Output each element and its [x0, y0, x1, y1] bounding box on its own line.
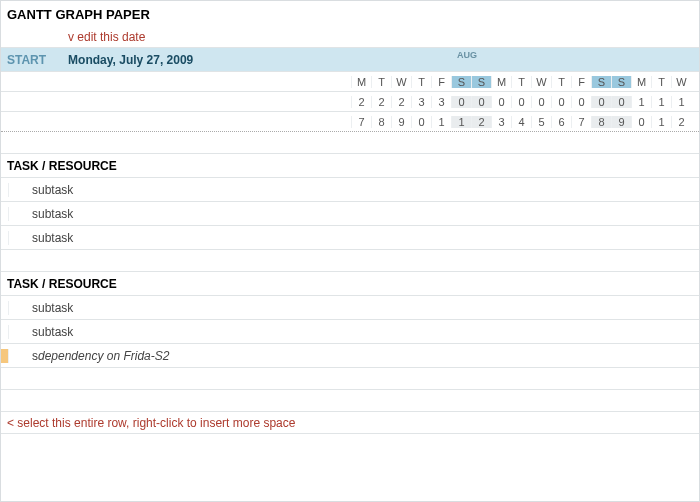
dependency-label: dependency on Frida-S2: [38, 349, 169, 363]
task-row[interactable]: subtask: [1, 202, 699, 226]
day-cell[interactable]: F: [571, 76, 591, 88]
day-cell[interactable]: W: [671, 76, 691, 88]
subtask-label: subtask: [9, 301, 73, 315]
insert-hint-row[interactable]: < select this entire row, right-click to…: [1, 412, 699, 434]
title-row: GANTT GRAPH PAPER: [1, 1, 699, 26]
task-row[interactable]: sudependency on Frida-S2: [1, 344, 699, 368]
day-cell[interactable]: 2: [671, 116, 691, 128]
day-cell[interactable]: 0: [611, 96, 631, 108]
day-cell[interactable]: 2: [471, 116, 491, 128]
task-row[interactable]: subtask: [1, 296, 699, 320]
day-cell[interactable]: 8: [591, 116, 611, 128]
subtask-label: subtask: [9, 325, 73, 339]
day-cell[interactable]: 0: [471, 96, 491, 108]
day-cell[interactable]: 0: [451, 96, 471, 108]
day-cell[interactable]: 0: [551, 96, 571, 108]
task-row[interactable]: subtask: [1, 226, 699, 250]
day-cell[interactable]: 0: [591, 96, 611, 108]
row-gutter: [1, 183, 9, 197]
day-cell[interactable]: 3: [431, 96, 451, 108]
empty-row[interactable]: [1, 368, 699, 390]
start-label: START: [1, 53, 68, 67]
day-cell[interactable]: 6: [551, 116, 571, 128]
day-cell[interactable]: M: [351, 76, 371, 88]
day-cell[interactable]: 0: [491, 96, 511, 108]
day-cell[interactable]: 9: [611, 116, 631, 128]
day-cell[interactable]: 0: [631, 116, 651, 128]
row-gutter: [1, 349, 9, 363]
date-row-1: 22233000000000111: [1, 92, 699, 112]
row-gutter: [1, 301, 9, 315]
task-header: TASK / RESOURCE: [1, 159, 117, 173]
month-label: AUG: [454, 50, 480, 60]
empty-row[interactable]: [1, 390, 699, 412]
subtask-label: subtask: [9, 207, 73, 221]
day-cell[interactable]: M: [631, 76, 651, 88]
subtask-label: subtask: [9, 231, 73, 245]
day-cell[interactable]: 7: [571, 116, 591, 128]
edit-hint-row: v edit this date: [1, 26, 699, 48]
day-cell[interactable]: 1: [631, 96, 651, 108]
task-row[interactable]: subtask: [1, 320, 699, 344]
day-cell[interactable]: W: [391, 76, 411, 88]
day-cell[interactable]: 1: [451, 116, 471, 128]
edit-date-hint[interactable]: v edit this date: [1, 30, 145, 44]
date-row-2: 78901123456789012: [1, 112, 699, 132]
gantt-grid: GANTT GRAPH PAPER v edit this date START…: [0, 0, 700, 502]
empty-row[interactable]: [1, 250, 699, 272]
day-cell[interactable]: S: [471, 76, 491, 88]
day-cell[interactable]: 4: [511, 116, 531, 128]
day-cell[interactable]: T: [551, 76, 571, 88]
start-date[interactable]: Monday, July 27, 2009: [68, 53, 193, 67]
day-letter-row: MTWTFSSMTWTFSSMTW: [1, 72, 699, 92]
empty-row[interactable]: [1, 132, 699, 154]
day-cell[interactable]: 1: [651, 116, 671, 128]
row-gutter: [1, 325, 9, 339]
day-cell[interactable]: 0: [511, 96, 531, 108]
day-cell[interactable]: 1: [431, 116, 451, 128]
task-header-row[interactable]: TASK / RESOURCE: [1, 272, 699, 296]
page-title: GANTT GRAPH PAPER: [1, 1, 156, 26]
subtask-label: subtask: [9, 183, 73, 197]
row-gutter: [1, 231, 9, 245]
day-cell[interactable]: F: [431, 76, 451, 88]
day-cell[interactable]: 7: [351, 116, 371, 128]
task-header: TASK / RESOURCE: [1, 277, 117, 291]
insert-hint[interactable]: < select this entire row, right-click to…: [1, 416, 295, 430]
day-cell[interactable]: 3: [491, 116, 511, 128]
task-header-row[interactable]: TASK / RESOURCE: [1, 154, 699, 178]
day-cell[interactable]: 0: [571, 96, 591, 108]
day-cell[interactable]: S: [611, 76, 631, 88]
day-cell[interactable]: T: [411, 76, 431, 88]
day-cell[interactable]: 2: [391, 96, 411, 108]
day-cell[interactable]: M: [491, 76, 511, 88]
day-cell[interactable]: S: [591, 76, 611, 88]
start-row: START Monday, July 27, 2009 AUG: [1, 48, 699, 72]
day-cell[interactable]: W: [531, 76, 551, 88]
day-cell[interactable]: 3: [411, 96, 431, 108]
day-cell[interactable]: T: [651, 76, 671, 88]
day-cell[interactable]: 2: [371, 96, 391, 108]
day-cell[interactable]: 1: [671, 96, 691, 108]
day-cell[interactable]: 2: [351, 96, 371, 108]
day-cell[interactable]: S: [451, 76, 471, 88]
day-cell[interactable]: 0: [411, 116, 431, 128]
day-cell[interactable]: 5: [531, 116, 551, 128]
day-cell[interactable]: T: [371, 76, 391, 88]
day-cell[interactable]: T: [511, 76, 531, 88]
day-cell[interactable]: 0: [531, 96, 551, 108]
day-cell[interactable]: 8: [371, 116, 391, 128]
task-row[interactable]: subtask: [1, 178, 699, 202]
row-gutter: [1, 207, 9, 221]
day-cell[interactable]: 9: [391, 116, 411, 128]
day-cell[interactable]: 1: [651, 96, 671, 108]
